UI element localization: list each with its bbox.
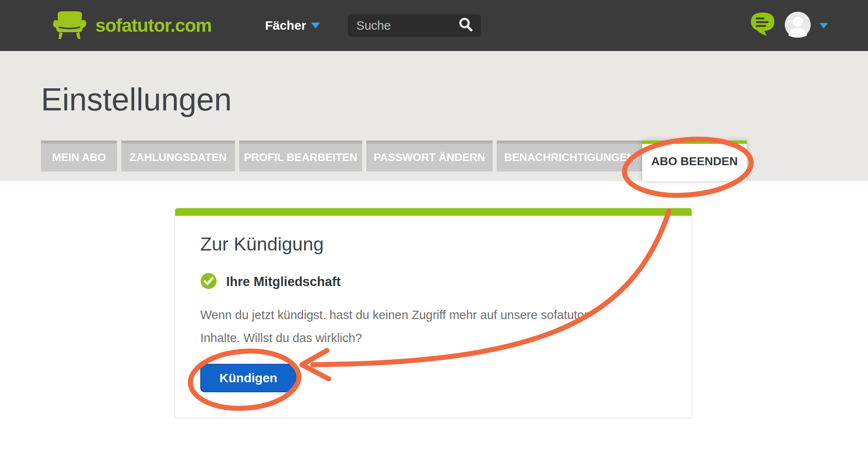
- membership-status-row: Ihre Mitgliedschaft: [200, 273, 666, 291]
- card-top-accent-bar: [175, 208, 692, 216]
- tab-profil-bearbeiten[interactable]: PROFIL BEARBEITEN: [239, 141, 362, 171]
- topbar-right-group: [749, 11, 828, 40]
- search-input[interactable]: [356, 19, 457, 33]
- sofatutor-logo[interactable]: sofatutor.com: [53, 10, 212, 41]
- settings-tab-bar: MEIN ABO ZAHLUNGSDATEN PROFIL BEARBEITEN…: [41, 141, 747, 181]
- speech-bubble-icon[interactable]: [749, 12, 776, 39]
- magnifier-icon[interactable]: [457, 16, 474, 35]
- sofa-icon: [53, 10, 89, 41]
- main-content: Zur Kündigung Ihre Mitgliedschaft Wenn d…: [0, 181, 868, 460]
- check-circle-icon: [200, 273, 217, 291]
- tab-passwort-aendern[interactable]: PASSWORT ÄNDERN: [366, 141, 493, 171]
- warning-text-line1: Wenn du jetzt kündigst. hast du keinen Z…: [200, 304, 666, 327]
- warning-text-line2: Inhalte. Willst du das wirklich?: [200, 327, 666, 350]
- membership-label: Ihre Mitgliedschaft: [226, 274, 341, 289]
- tab-abo-beenden[interactable]: ABO BEENDEN: [642, 141, 747, 181]
- nav-item-faecher[interactable]: Fächer: [265, 18, 320, 33]
- user-avatar-icon[interactable]: [784, 11, 811, 40]
- page-title: Einstellungen: [41, 81, 232, 118]
- chevron-down-icon[interactable]: [819, 23, 828, 28]
- cancellation-warning-text: Wenn du jetzt kündigst. hast du keinen Z…: [200, 304, 666, 350]
- kuendigen-button[interactable]: Kündigen: [200, 364, 296, 392]
- chevron-down-icon: [311, 23, 320, 28]
- tab-zahlungsdaten[interactable]: ZAHLUNGSDATEN: [121, 141, 235, 171]
- nav-item-faecher-label: Fächer: [265, 18, 306, 33]
- tab-mein-abo[interactable]: MEIN ABO: [41, 141, 117, 171]
- logo-wordmark: sofatutor.com: [95, 15, 212, 36]
- tab-benachrichtigungen[interactable]: BENACHRICHTIGUNGEN: [497, 141, 642, 171]
- card-heading: Zur Kündigung: [200, 233, 666, 255]
- settings-header-section: Einstellungen MEIN ABO ZAHLUNGSDATEN PRO…: [0, 51, 868, 181]
- cancellation-card: Zur Kündigung Ihre Mitgliedschaft Wenn d…: [175, 208, 692, 418]
- top-navigation-bar: sofatutor.com Fächer: [0, 0, 868, 51]
- search-box[interactable]: [348, 14, 481, 37]
